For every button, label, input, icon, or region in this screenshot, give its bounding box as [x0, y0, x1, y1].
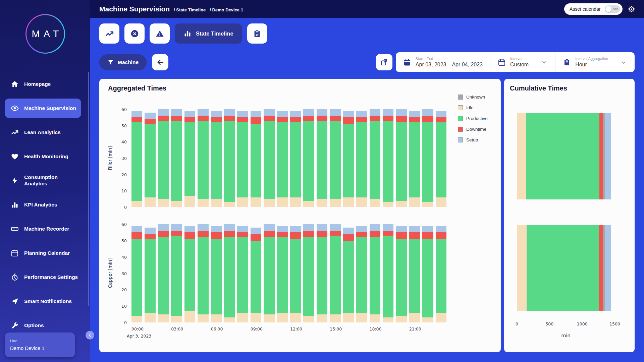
sidebar-item-consumption-analytics[interactable]: Consumption Analytics — [5, 171, 81, 190]
filler-cumulative-bar[interactable] — [517, 113, 615, 199]
capper-bar-01:00[interactable] — [145, 224, 155, 322]
idle-segment — [330, 314, 340, 322]
selected-device-card[interactable]: Line Demo Device 1 — [5, 333, 75, 357]
capper-bar-20:00[interactable] — [396, 224, 407, 322]
tab-state-timeline[interactable]: State Timeline — [175, 23, 242, 44]
capper-bar-18:00[interactable] — [370, 224, 380, 322]
capper-bar-02:00[interactable] — [158, 224, 169, 322]
capper-bar-00:00[interactable] — [131, 224, 142, 322]
asset-calendar-pill[interactable]: Asset calendar OFF — [564, 3, 623, 15]
capper-bar-07:00[interactable] — [224, 224, 235, 322]
filler-bar-17:00[interactable] — [356, 109, 367, 207]
legend-item-downtime[interactable]: Downtime — [458, 127, 488, 132]
filler-bar-09:00[interactable] — [251, 109, 261, 207]
filler-bar-08:00[interactable] — [237, 109, 248, 207]
capper-bar-11:00[interactable] — [277, 224, 288, 322]
sidebar-item-performance-settings[interactable]: Performance Settings — [5, 267, 81, 287]
filler-bar-22:00[interactable] — [422, 109, 433, 207]
capper-bar-16:00[interactable] — [343, 224, 354, 322]
filler-bar-01:00[interactable] — [145, 109, 155, 207]
filler-bar-21:00[interactable] — [409, 109, 420, 207]
trend-icon — [11, 128, 19, 136]
capper-bar-17:00[interactable] — [356, 224, 367, 322]
filler-idle-segment — [517, 113, 526, 199]
capper-bar-13:00[interactable] — [303, 224, 314, 322]
productive-segment — [317, 237, 327, 314]
date-range-field[interactable]: Start - End Apr 03, 2023 – Apr 04, 2023 — [396, 52, 490, 72]
capper-bar-08:00[interactable] — [237, 224, 248, 322]
capper-bar-22:00[interactable] — [422, 224, 433, 322]
asset-calendar-toggle[interactable]: OFF — [605, 5, 620, 13]
capper-bar-06:00[interactable] — [211, 224, 222, 322]
filler-bar-16:00[interactable] — [343, 109, 354, 207]
capper-bar-09:00[interactable] — [251, 224, 261, 322]
sidebar-item-kpi-analytics[interactable]: KPI Analytics — [5, 195, 81, 215]
filler-bar-11:00[interactable] — [277, 109, 288, 207]
sidebar-item-health-monitoring[interactable]: Health Monitoring — [5, 147, 81, 166]
legend-label: Downtime — [466, 127, 486, 132]
capper-bar-15:00[interactable] — [330, 224, 340, 322]
filler-bar-12:00[interactable] — [290, 109, 301, 207]
legend-item-unknown[interactable]: Unknown — [458, 95, 488, 100]
breadcrumb-device[interactable]: / Demo Device 1 — [210, 7, 243, 12]
capper-bar-21:00[interactable] — [409, 224, 420, 322]
interval-aggregation-dropdown[interactable]: Interval Aggregation Hour — [555, 52, 635, 72]
filler-bar-03:00[interactable] — [171, 109, 182, 207]
sidebar-item-homepage[interactable]: Homepage — [5, 74, 81, 94]
capper-bar-14:00[interactable] — [317, 224, 327, 322]
sidebar-collapse-button[interactable] — [86, 331, 94, 340]
capper-bar-04:00[interactable] — [184, 224, 195, 322]
filler-bar-18:00[interactable] — [370, 109, 380, 207]
export-button[interactable] — [376, 54, 392, 70]
sidebar-item-machine-recorder[interactable]: Machine Recorder — [5, 219, 81, 239]
sidebar-item-machine-supervision[interactable]: Machine Supervision — [5, 99, 81, 118]
idle-segment — [396, 201, 407, 207]
productive-segment — [343, 124, 354, 197]
filler-bar-07:00[interactable] — [224, 109, 235, 207]
legend-item-setup[interactable]: Setup — [458, 137, 488, 142]
filler-bar-23:00[interactable] — [436, 109, 446, 207]
filler-bar-15:00[interactable] — [330, 109, 340, 207]
productive-segment — [330, 236, 340, 314]
setup-segment — [317, 109, 327, 116]
tab-errors[interactable] — [124, 23, 145, 44]
back-button[interactable] — [152, 54, 168, 70]
sidebar-item-smart-notifications[interactable]: Smart Notifications — [5, 292, 81, 311]
legend-item-productive[interactable]: Productive — [458, 116, 488, 121]
capper-bar-05:00[interactable] — [198, 224, 208, 322]
breadcrumb-state-timeline[interactable]: / State Timeline — [174, 7, 206, 12]
machine-filter-button[interactable]: Machine — [99, 54, 147, 70]
settings-gear-icon[interactable]: ⚙ — [628, 5, 635, 13]
filler-bar-00:00[interactable] — [131, 109, 142, 207]
tab-warnings[interactable] — [150, 23, 170, 44]
capper-bar-19:00[interactable] — [383, 224, 393, 322]
filler-bar-06:00[interactable] — [211, 109, 222, 207]
downtime-segment — [343, 117, 354, 124]
time-axis-labels: 00:0003:0006:0009:0012:0015:0018:0021:00 — [131, 326, 446, 331]
filler-bar-04:00[interactable] — [184, 109, 195, 207]
capper-bar-23:00[interactable] — [436, 224, 446, 322]
capper-bar-10:00[interactable] — [264, 224, 274, 322]
filler-bar-02:00[interactable] — [158, 109, 169, 207]
legend-item-idle[interactable]: Idle — [458, 105, 488, 110]
tab-report[interactable] — [247, 23, 267, 44]
productive-segment — [145, 124, 155, 197]
wrench-icon — [11, 321, 19, 329]
capper-bar-12:00[interactable] — [290, 224, 301, 322]
capper-cumulative-bar[interactable] — [517, 225, 615, 311]
interval-dropdown[interactable]: Interval Custom — [490, 52, 555, 72]
sidebar-scrollbar[interactable] — [88, 72, 89, 306]
filler-bar-13:00[interactable] — [303, 109, 314, 207]
downtime-segment — [224, 116, 235, 121]
capper-bar-03:00[interactable] — [171, 224, 182, 322]
sidebar-item-lean-analytics[interactable]: Lean Analytics — [5, 123, 81, 142]
tab-trend-analysis[interactable] — [99, 23, 119, 44]
filler-setup-segment — [605, 113, 611, 199]
filler-bar-19:00[interactable] — [383, 109, 393, 207]
filler-bar-05:00[interactable] — [198, 109, 208, 207]
filler-bar-14:00[interactable] — [317, 109, 327, 207]
sidebar-item-planning-calendar[interactable]: Planning Calendar — [5, 243, 81, 263]
filler-bar-10:00[interactable] — [264, 109, 274, 207]
filler-bar-20:00[interactable] — [396, 109, 407, 207]
legend-swatch — [458, 137, 463, 142]
